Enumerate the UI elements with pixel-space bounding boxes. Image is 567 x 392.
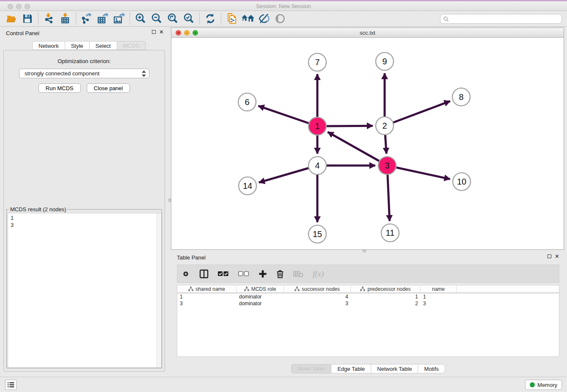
import-network-icon[interactable]	[41, 12, 57, 25]
delete-column-icon[interactable]	[276, 270, 284, 278]
table-settings-icon[interactable]	[182, 270, 190, 278]
svg-text:11: 11	[386, 228, 395, 237]
table-row[interactable]: 3dominator323	[177, 300, 559, 307]
tab-network-table[interactable]: Network Table	[371, 364, 418, 373]
export-image-icon[interactable]	[111, 12, 127, 25]
node-table[interactable]: shared nameMCDS rolesuccessor nodesprede…	[177, 285, 559, 357]
graph-node-2[interactable]: 2	[376, 117, 394, 135]
zoom-out-icon[interactable]	[149, 12, 165, 25]
control-panel-title: Control Panel	[6, 30, 39, 36]
svg-text:9: 9	[382, 57, 387, 66]
tab-node-table[interactable]: Node Table	[291, 364, 332, 373]
graph-node-4[interactable]: 4	[308, 157, 326, 174]
column-header-shared-name[interactable]: shared name	[177, 285, 237, 293]
clone-network-icon[interactable]	[224, 12, 240, 25]
svg-text:1: 1	[315, 121, 319, 131]
hierarchy-icon	[295, 287, 300, 291]
table-cell[interactable]: dominator	[237, 300, 284, 307]
table-toolbar: f(x)	[177, 265, 559, 283]
table-cell[interactable]: 1	[177, 293, 237, 300]
vertical-splitter-grip[interactable]	[168, 199, 171, 202]
table-cell[interactable]: 3	[177, 300, 237, 307]
close-panel-button[interactable]: Close panel	[87, 83, 130, 93]
graph-edge-2-8[interactable]	[385, 101, 450, 126]
tab-style[interactable]: Style	[65, 41, 90, 50]
toolbar-separator	[129, 13, 130, 25]
unselect-all-columns-icon[interactable]	[238, 271, 249, 276]
search-field[interactable]	[440, 14, 562, 24]
open-session-icon[interactable]	[3, 12, 19, 25]
tab-select[interactable]: Select	[90, 41, 117, 50]
hide-details-icon[interactable]	[256, 12, 272, 25]
graph-node-3[interactable]: 3	[378, 157, 396, 174]
table-row[interactable]: 1dominator411	[177, 293, 559, 300]
select-all-columns-icon[interactable]	[218, 271, 229, 276]
show-column-panel-icon[interactable]	[199, 269, 209, 279]
memory-button[interactable]: Memory	[525, 380, 562, 390]
graph-node-9[interactable]: 9	[376, 52, 394, 70]
graph-edge-3-1[interactable]	[328, 132, 387, 166]
run-mcds-button[interactable]: Run MCDS	[39, 83, 81, 93]
svg-text:10: 10	[457, 177, 466, 186]
optimization-criterion-dropdown[interactable]: strongly connected component	[19, 69, 149, 78]
import-table-icon[interactable]	[57, 12, 73, 25]
window-title: Session: New Session	[0, 3, 567, 9]
graph-node-10[interactable]: 10	[453, 173, 471, 190]
zoom-selected-icon[interactable]	[181, 12, 197, 25]
home-icon[interactable]	[240, 12, 256, 25]
table-cell[interactable]: 1	[351, 293, 421, 300]
create-column-icon[interactable]	[259, 270, 267, 278]
delete-table-icon[interactable]	[293, 271, 303, 277]
graph-edge-3-10[interactable]	[387, 166, 450, 179]
graph-node-8[interactable]: 8	[452, 88, 470, 106]
save-session-icon[interactable]	[19, 12, 36, 25]
result-scrollbar[interactable]	[157, 213, 161, 367]
task-history-button[interactable]	[5, 380, 17, 390]
tab-edge-table[interactable]: Edge Table	[331, 364, 371, 373]
table-panel-tabs: Node TableEdge TableNetwork TableMotifs	[171, 364, 565, 373]
graph-node-11[interactable]: 11	[381, 224, 399, 242]
eye-icon[interactable]	[272, 12, 288, 25]
column-header-name[interactable]: name	[421, 285, 457, 293]
network-canvas[interactable]: 7968124314101511	[171, 38, 564, 249]
tab-mcds[interactable]: MCDS	[117, 41, 146, 50]
table-cell[interactable]: 3	[284, 300, 351, 307]
search-icon	[443, 16, 449, 22]
main-toolbar	[0, 11, 567, 27]
refresh-icon[interactable]	[202, 12, 218, 25]
control-panel-float-icon[interactable]	[152, 30, 156, 34]
export-table-icon[interactable]	[95, 12, 111, 25]
graph-node-1[interactable]: 1	[308, 117, 326, 135]
column-header-successor-nodes[interactable]: successor nodes	[284, 285, 351, 293]
mcds-result-text: 1 3	[8, 213, 157, 367]
graph-node-14[interactable]: 14	[239, 177, 256, 195]
network-view-titlebar: ✕ − + scc.txt	[171, 28, 564, 38]
tab-motifs[interactable]: Motifs	[418, 364, 445, 373]
column-header-MCDS-role[interactable]: MCDS role	[237, 285, 284, 293]
table-cell[interactable]: 3	[421, 300, 457, 307]
table-cell[interactable]: 4	[284, 293, 351, 300]
status-bar: Memory	[0, 377, 567, 392]
mcds-result-box: MCDS result (2 nodes) 1 3	[6, 209, 162, 368]
function-builder-icon[interactable]: f(x)	[313, 269, 324, 279]
zoom-fit-icon[interactable]	[165, 12, 181, 25]
zoom-in-icon[interactable]	[132, 12, 149, 25]
hierarchy-icon	[244, 287, 249, 291]
export-network-icon[interactable]	[79, 12, 95, 25]
table-panel-float-icon[interactable]	[548, 254, 551, 258]
tab-network[interactable]: Network	[32, 41, 65, 50]
table-cell[interactable]: 2	[351, 300, 421, 307]
network-view-title: scc.txt	[171, 30, 564, 36]
graph-node-15[interactable]: 15	[308, 225, 326, 243]
graph-node-6[interactable]: 6	[238, 93, 256, 111]
column-header-predecessor-nodes[interactable]: predecessor nodes	[351, 285, 421, 293]
table-panel-close-icon[interactable]: ✕	[555, 254, 559, 258]
graph-node-7[interactable]: 7	[308, 53, 326, 71]
table-cell[interactable]: 1	[421, 293, 457, 300]
svg-text:15: 15	[313, 229, 322, 239]
table-panel-title: Table Panel	[177, 254, 206, 261]
search-input[interactable]	[449, 16, 561, 22]
control-panel-close-icon[interactable]: ✕	[159, 30, 164, 34]
column-header-label: MCDS role	[251, 286, 276, 292]
table-cell[interactable]: dominator	[237, 293, 284, 300]
